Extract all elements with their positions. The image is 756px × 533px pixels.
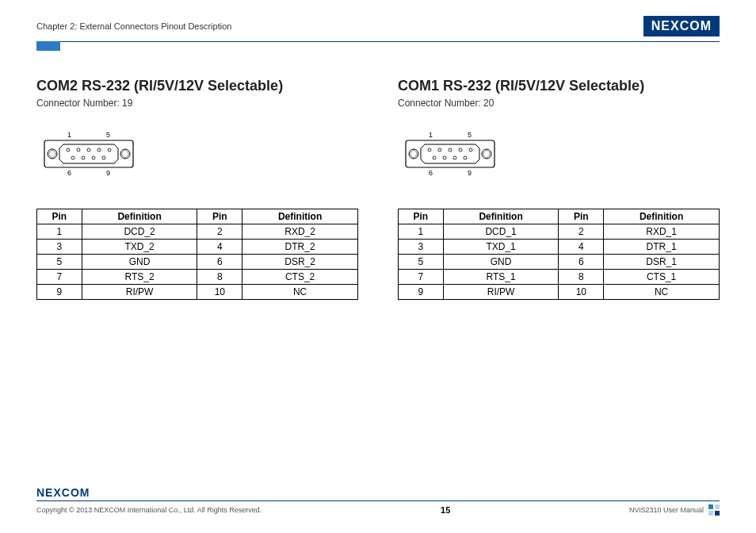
brand-logo: NEXCOM <box>643 16 720 36</box>
svg-point-7 <box>87 148 90 151</box>
footer-squares-icon <box>708 504 720 516</box>
svg-point-6 <box>77 148 80 151</box>
footer-row: Copyright © 2013 NEXCOM International Co… <box>36 504 720 516</box>
pin-label: 5 <box>468 131 472 139</box>
table-row: 1DCD_22RXD_2 <box>37 224 358 240</box>
svg-point-24 <box>433 156 436 159</box>
pin-label: 6 <box>67 169 71 177</box>
svg-rect-31 <box>715 511 720 516</box>
footer-right-group: NViS2310 User Manual <box>629 504 720 516</box>
th-def: Definition <box>242 209 358 224</box>
connector-number-right: Connector Number: 20 <box>398 98 720 109</box>
table-row: 7RTS_18CTS_1 <box>399 270 720 285</box>
table-row: 5GND6DSR_2 <box>37 255 358 270</box>
section-title-right: COM1 RS-232 (RI/5V/12V Selectable) <box>398 78 720 94</box>
db9-connector-icon: 1 5 6 9 <box>403 131 506 178</box>
chapter-label: Chapter 2: External Connectors Pinout De… <box>36 21 231 31</box>
svg-point-11 <box>82 156 85 159</box>
pinout-table-left: Pin Definition Pin Definition 1DCD_22RXD… <box>36 209 358 300</box>
svg-rect-30 <box>708 511 713 516</box>
th-pin: Pin <box>559 209 604 224</box>
svg-point-19 <box>428 148 431 151</box>
table-header-row: Pin Definition Pin Definition <box>37 209 358 224</box>
svg-rect-29 <box>715 504 720 509</box>
table-row: 7RTS_28CTS_2 <box>37 270 358 285</box>
svg-point-12 <box>92 156 95 159</box>
table-row: 9RI/PW10NC <box>37 285 358 300</box>
page-footer: NEXCOM Copyright © 2013 NEXCOM Internati… <box>36 486 720 516</box>
svg-point-26 <box>453 156 456 159</box>
svg-point-22 <box>459 148 462 151</box>
svg-point-27 <box>464 156 467 159</box>
connector-diagram-left: 1 5 6 9 <box>41 131 358 182</box>
header-accent-tab <box>36 41 60 51</box>
th-pin: Pin <box>399 209 444 224</box>
page-header: Chapter 2: External Connectors Pinout De… <box>0 0 756 41</box>
page-number: 15 <box>441 505 450 515</box>
pin-label: 1 <box>429 131 433 139</box>
section-title-left: COM2 RS-232 (RI/5V/12V Selectable) <box>36 78 358 94</box>
pin-label: 9 <box>468 169 472 177</box>
connector-number-left: Connector Number: 19 <box>36 98 358 109</box>
table-row: 1DCD_12RXD_1 <box>399 224 720 240</box>
table-header-row: Pin Definition Pin Definition <box>399 209 720 224</box>
db9-connector-icon: 1 5 6 9 <box>41 131 144 178</box>
brand-text: NEXCOM <box>651 19 712 33</box>
svg-point-9 <box>108 148 111 151</box>
pin-label: 6 <box>429 169 433 177</box>
footer-brand-logo: NEXCOM <box>36 486 720 499</box>
table-row: 5GND6DSR_1 <box>399 255 720 270</box>
svg-point-20 <box>438 148 441 151</box>
header-rule <box>36 41 720 42</box>
svg-point-25 <box>443 156 446 159</box>
table-row: 9RI/PW10NC <box>399 285 720 300</box>
pin-label: 5 <box>106 131 110 139</box>
footer-rule <box>36 500 720 501</box>
copyright-text: Copyright © 2013 NEXCOM International Co… <box>36 506 262 514</box>
right-column: COM1 RS-232 (RI/5V/12V Selectable) Conne… <box>398 78 720 300</box>
connector-diagram-right: 1 5 6 9 <box>403 131 720 182</box>
svg-point-5 <box>67 148 70 151</box>
pinout-table-right: Pin Definition Pin Definition 1DCD_12RXD… <box>398 209 720 300</box>
table-row: 3TXD_24DTR_2 <box>37 240 358 255</box>
th-pin: Pin <box>37 209 82 224</box>
content-area: COM2 RS-232 (RI/5V/12V Selectable) Conne… <box>0 51 756 300</box>
svg-point-8 <box>97 148 101 151</box>
table-row: 3TXD_14DTR_1 <box>399 240 720 255</box>
svg-point-10 <box>71 156 74 159</box>
pin-label: 1 <box>67 131 71 139</box>
svg-rect-28 <box>708 504 713 509</box>
svg-point-13 <box>102 156 105 159</box>
pin-label: 9 <box>106 169 110 177</box>
left-column: COM2 RS-232 (RI/5V/12V Selectable) Conne… <box>36 78 358 300</box>
svg-point-23 <box>469 148 472 151</box>
svg-point-21 <box>449 148 452 151</box>
th-def: Definition <box>82 209 197 224</box>
th-pin: Pin <box>197 209 242 224</box>
th-def: Definition <box>443 209 559 224</box>
manual-name: NViS2310 User Manual <box>629 506 704 514</box>
th-def: Definition <box>604 209 720 224</box>
